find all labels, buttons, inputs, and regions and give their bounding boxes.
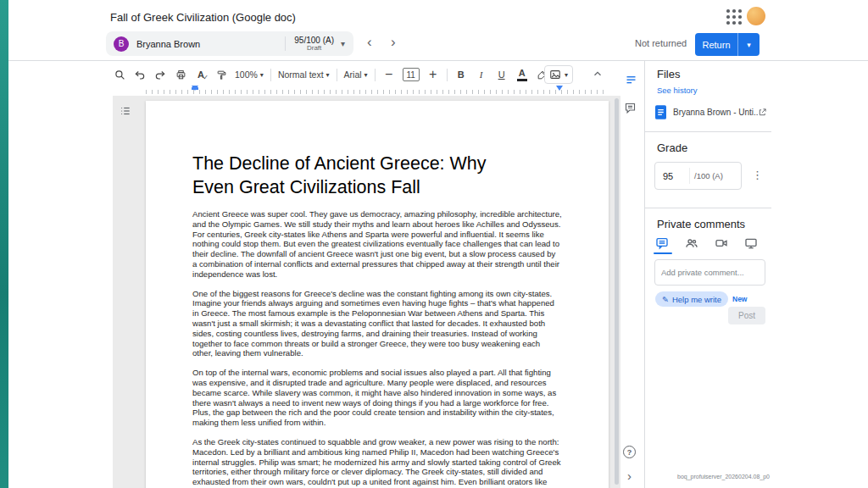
document-paragraph: Ancient Greece was super cool. They gave… (192, 209, 562, 280)
right-indent-marker[interactable] (556, 86, 563, 91)
grade-input[interactable] (655, 171, 689, 181)
font-select[interactable]: Arial▾ (344, 69, 368, 80)
expand-panel-icon[interactable]: › (627, 469, 632, 483)
redo-icon[interactable] (153, 68, 167, 81)
new-badge: New (732, 295, 747, 303)
present-screen-tab-icon[interactable] (744, 236, 758, 250)
document-title-line: Even Great Civilizations Fall (192, 175, 562, 199)
toolbar-divider (270, 69, 271, 81)
chevron-down-icon: ▾ (260, 71, 264, 79)
toolbar-divider (447, 69, 448, 81)
zoom-select[interactable]: 100%▾ (235, 69, 264, 80)
grade-status: Draft (294, 45, 334, 53)
undo-icon[interactable] (133, 68, 147, 81)
section-divider (645, 131, 771, 132)
grade-denominator: /100 (A) (694, 171, 723, 180)
chevron-down-icon: ▾ (364, 71, 368, 79)
image-icon (549, 69, 561, 80)
toolbar-divider (337, 69, 337, 81)
help-me-write-button[interactable]: ✎ Help me write (655, 291, 728, 307)
student-selector[interactable]: B Bryanna Brown 95/100 (A) Draft ▾ (106, 31, 353, 56)
hide-menus-button[interactable] (592, 68, 604, 80)
bold-button[interactable]: B (454, 68, 468, 81)
post-button[interactable]: Post (728, 307, 765, 324)
google-doc-icon (655, 105, 666, 119)
italic-button[interactable]: I (475, 68, 488, 81)
build-label: boq_profuiserver_20260204.08_p0 (644, 474, 770, 480)
document-paragraph: On top of the internal wars, economic pr… (192, 368, 562, 428)
ruler[interactable] (113, 85, 620, 96)
feedback-summary-icon[interactable] (625, 74, 637, 86)
section-divider (645, 208, 771, 208)
help-icon[interactable]: ? (623, 446, 636, 458)
grade-more-options-icon[interactable]: ⋮ (752, 169, 763, 181)
student-grade-block: 95/100 (A) Draft (294, 36, 334, 53)
add-comment-icon[interactable] (624, 102, 637, 114)
file-list-item[interactable]: Bryanna Brown - Unti... (650, 99, 769, 125)
decrease-font-size-button[interactable]: − (382, 68, 396, 81)
document-title-line: The Decline of Ancient Greece: Why (192, 152, 562, 175)
pencil-icon: ✎ (662, 295, 669, 304)
next-student-button[interactable]: › (391, 34, 396, 51)
docs-toolbar: A✓ 100%▾ Normal text▾ Arial▾ − 11 + B I … (113, 64, 577, 85)
return-split-button: Return ▾ (695, 33, 760, 56)
toolbar-divider (375, 69, 376, 81)
show-outline-icon[interactable] (120, 105, 131, 117)
chevron-down-icon: ▾ (326, 71, 330, 79)
selected-tab-indicator (654, 252, 672, 254)
comment-type-tabs (655, 236, 758, 250)
paint-format-icon[interactable] (214, 68, 228, 81)
people-tab-icon[interactable] (685, 236, 698, 250)
increase-font-size-button[interactable]: + (426, 68, 440, 81)
grade-field: /100 (A) (654, 162, 742, 190)
panel-divider (644, 61, 645, 488)
file-name: Bryanna Brown - Unti... (673, 108, 758, 117)
document-page[interactable]: The Decline of Ancient Greece: Why Even … (146, 101, 609, 488)
previous-student-button[interactable]: ‹ (367, 34, 372, 51)
private-comments-title: Private comments (657, 218, 745, 230)
video-tab-icon[interactable] (715, 236, 728, 250)
font-size-input[interactable]: 11 (403, 68, 420, 81)
header-divider (8, 60, 868, 61)
pill-divider (285, 36, 286, 51)
return-button[interactable]: Return (695, 33, 737, 56)
chevron-down-icon: ▾ (565, 71, 568, 79)
chevron-down-icon: ▾ (341, 39, 345, 48)
left-indent-marker[interactable] (192, 86, 198, 91)
spellcheck-icon[interactable]: A✓ (194, 68, 208, 81)
open-in-new-icon[interactable] (758, 108, 767, 117)
document-paragraph: As the Greek city-states continued to sq… (192, 437, 562, 488)
student-avatar: B (114, 36, 129, 52)
text-comment-tab-icon[interactable] (655, 236, 669, 250)
paragraph-style-select[interactable]: Normal text▾ (278, 69, 330, 80)
document-scrollbar[interactable] (615, 98, 619, 485)
underline-button[interactable]: U (495, 68, 509, 81)
print-icon[interactable] (174, 68, 187, 81)
return-status-label: Not returned (635, 38, 687, 48)
document-paragraph: One of the biggest reasons for Greece's … (192, 289, 562, 359)
files-section-title: Files (657, 68, 680, 80)
insert-image-button[interactable]: ▾ (544, 65, 573, 84)
ruler-ticks (146, 90, 609, 94)
see-history-link[interactable]: See history (657, 86, 698, 95)
student-grade: 95/100 (A) (294, 36, 334, 45)
text-color-button[interactable]: A (515, 68, 529, 81)
apps-grid-icon[interactable] (726, 8, 743, 25)
grade-field-divider (689, 168, 690, 184)
grade-section-title: Grade (657, 141, 687, 154)
side-accent-strip (0, 0, 8, 488)
student-name: Bryanna Brown (136, 39, 285, 49)
search-icon[interactable] (113, 68, 126, 81)
user-avatar[interactable] (747, 7, 765, 25)
private-comment-input[interactable] (654, 259, 765, 286)
page-title: Fall of Greek Civilization (Google doc) (110, 11, 296, 24)
return-menu-button[interactable]: ▾ (737, 33, 760, 56)
